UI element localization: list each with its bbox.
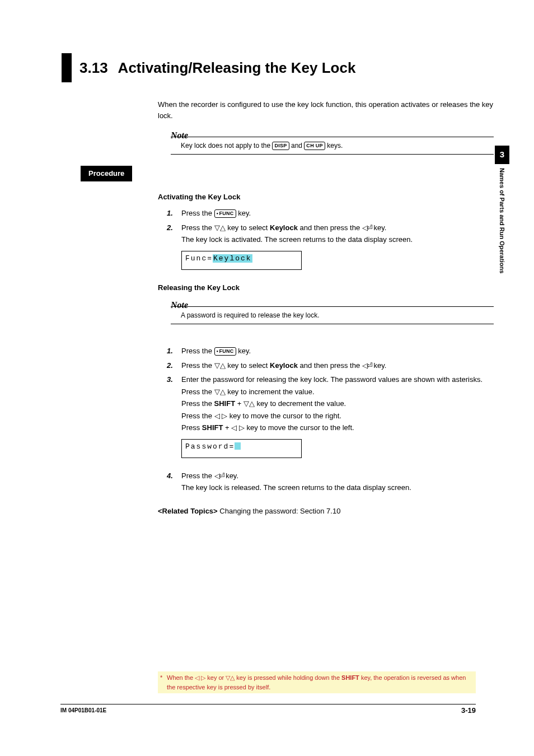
enter-key-icon: ◁⏎ [362, 223, 372, 232]
cursor-icon [235, 442, 241, 450]
related-topics: <Related Topics> Changing the password: … [158, 506, 494, 517]
section-number: 3.13 [79, 57, 108, 79]
section-title: Activating/Releasing the Key Lock [118, 57, 356, 79]
releasing-heading: Releasing the Key Lock [158, 282, 494, 293]
note1-mid: and [291, 142, 304, 150]
procedure-label: Procedure [81, 166, 132, 181]
step-number: 3. [167, 374, 181, 435]
updown-key-icon: ▽△ [214, 223, 226, 232]
updown-key-icon: ▽△ [214, 388, 226, 396]
footer-rule [60, 704, 476, 704]
releasing-step-2: 2. Press the ▽△ key to select Keylock an… [167, 360, 494, 371]
releasing-step-1: 1. Press the FUNC key. [167, 346, 494, 357]
note1-pre: Key lock does not apply to the [181, 142, 272, 150]
section-header: 3.13 Activating/Releasing the Key Lock [62, 53, 494, 82]
chapter-side-title: Names of Parts and Run Operations [498, 168, 507, 273]
func-key-icon: FUNC [214, 347, 236, 356]
enter-key-icon: ◁⏎ [362, 361, 372, 370]
step-number: 4. [167, 470, 181, 494]
enter-key-icon: ◁⏎ [214, 472, 224, 480]
footer-doc-id: IM 04P01B01-01E [60, 706, 106, 715]
note-block-2: Note A password is required to release t… [171, 298, 494, 324]
leftright-key-icon: ◁ ▷ [195, 674, 205, 681]
footnote: * When the ◁ ▷ key or ▽△ key is pressed … [158, 671, 476, 693]
chapter-tab: 3 [495, 146, 509, 164]
lcd-display-password: Password= [181, 439, 302, 458]
releasing-step-4: 4. Press the ◁⏎ key. The key lock is rel… [167, 470, 494, 494]
lcd-display-keylock: Func=Keylock [181, 251, 302, 270]
header-bar [62, 53, 72, 82]
updown-key-icon: ▽△ [243, 399, 255, 408]
footer-page-number: 3-19 [461, 705, 476, 716]
chup-key-icon: CH UP [304, 142, 325, 150]
activating-step-2: 2. Press the ▽△ key to select Keylock an… [167, 222, 494, 246]
step-number: 1. [167, 346, 181, 357]
step-number: 1. [167, 208, 181, 219]
updown-key-icon: ▽△ [226, 674, 235, 681]
intro-text: When the recorder is configured to use t… [158, 99, 494, 121]
activating-step-1: 1. Press the FUNC key. [167, 208, 494, 219]
leftright-key-icon: ◁ ▷ [231, 423, 245, 432]
releasing-step-3: 3. Enter the password for releasing the … [167, 374, 494, 435]
disp-key-icon: DISP [272, 142, 289, 150]
activating-heading: Activating the Key Lock [158, 192, 494, 203]
note-block-1: Note Key lock does not apply to the DISP… [171, 129, 494, 155]
updown-key-icon: ▽△ [214, 361, 226, 370]
leftright-key-icon: ◁ ▷ [214, 412, 228, 420]
func-key-icon: FUNC [214, 209, 236, 218]
step-number: 2. [167, 222, 181, 246]
step-number: 2. [167, 360, 181, 371]
note1-post: keys. [327, 142, 343, 150]
